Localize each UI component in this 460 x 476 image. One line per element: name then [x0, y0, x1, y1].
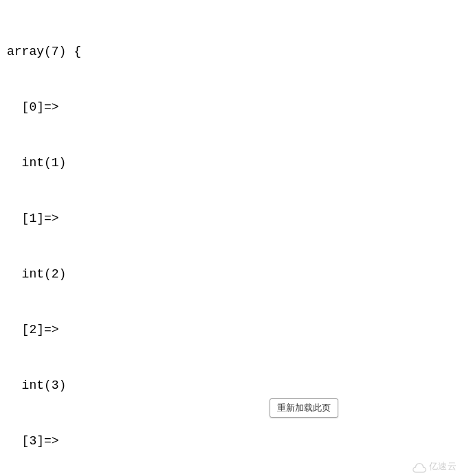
watermark: 亿速云: [412, 460, 457, 473]
array1-val-1: int(2): [7, 265, 453, 284]
cloud-icon: [412, 460, 427, 471]
array1-key-1: [1]=>: [7, 209, 453, 228]
reload-tooltip: 重新加载此页: [270, 398, 338, 418]
watermark-text: 亿速云: [429, 460, 457, 473]
array1-key-2: [2]=>: [7, 321, 453, 339]
array1-key-3: [3]=>: [7, 432, 453, 451]
array1-header: array(7) {: [7, 43, 453, 61]
array1-val-2: int(3): [7, 376, 453, 395]
tooltip-text: 重新加载此页: [277, 403, 331, 413]
var-dump-output: array(7) { [0]=> int(1) [1]=> int(2) [2]…: [7, 5, 453, 476]
array1-key-0: [0]=>: [7, 98, 453, 117]
array1-val-0: int(1): [7, 154, 453, 172]
